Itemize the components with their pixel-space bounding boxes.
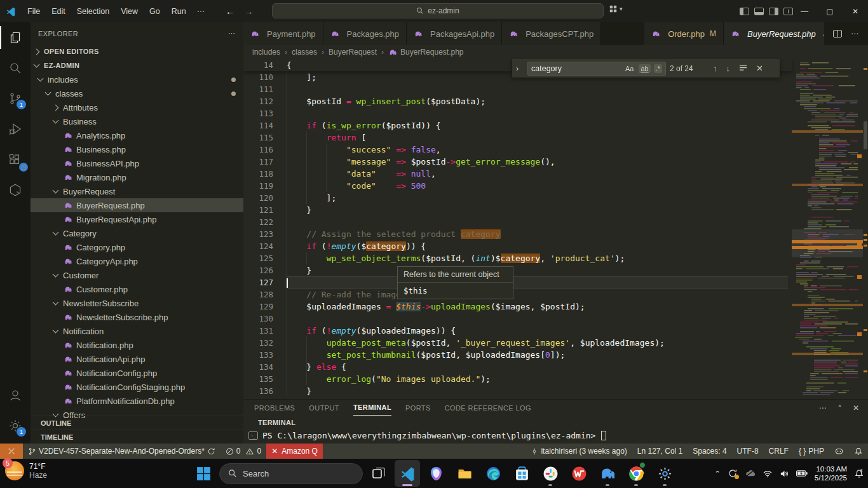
problems-item[interactable]: 0 0 bbox=[220, 444, 266, 459]
settings-icon[interactable]: 1 bbox=[0, 410, 31, 441]
tree-item-buyerrequest[interactable]: BuyerRequest bbox=[31, 184, 243, 198]
taskbar-slack-icon[interactable] bbox=[538, 460, 563, 487]
menu-selection[interactable]: Selection bbox=[71, 4, 115, 18]
tree-item-attributes[interactable]: Attributes bbox=[31, 100, 243, 114]
weather-widget[interactable]: 5 71°F Haze bbox=[5, 461, 47, 480]
breadcrumb-item[interactable]: BuyerRequest bbox=[329, 48, 388, 57]
panel-tab-output[interactable]: OUTPUT bbox=[309, 400, 339, 416]
notifications-bell-icon[interactable] bbox=[849, 444, 868, 459]
taskbar-settings-icon[interactable] bbox=[652, 460, 677, 487]
find-next-icon[interactable]: ↓ bbox=[724, 64, 733, 73]
panel-more-actions-icon[interactable]: ⋯ bbox=[819, 403, 827, 412]
tree-item-newslettersubscribe[interactable]: NewsletterSubscribe bbox=[31, 296, 243, 310]
tab-packages-php[interactable]: Packages.php bbox=[323, 22, 407, 45]
tray-chevron-up-icon[interactable]: ⌃ bbox=[715, 470, 721, 478]
breadcrumb-item[interactable]: BuyerRequest.php bbox=[388, 48, 463, 57]
whole-word-toggle[interactable]: ab bbox=[639, 64, 650, 73]
toggle-panel-icon[interactable] bbox=[754, 8, 764, 15]
tree-item-includes[interactable]: includes bbox=[31, 72, 243, 86]
close-button[interactable]: ✕ bbox=[843, 0, 868, 22]
taskbar-laragon-icon[interactable] bbox=[595, 460, 620, 487]
git-blame-item[interactable]: itaichiriseri (3 weeks ago) bbox=[526, 444, 632, 459]
breadcrumb-item[interactable]: classes bbox=[292, 48, 329, 57]
toggle-primary-sidebar-icon[interactable] bbox=[740, 8, 749, 15]
wifi-icon[interactable] bbox=[763, 469, 773, 478]
source-control-icon[interactable]: 1 bbox=[0, 83, 31, 114]
tree-item-business-php[interactable]: Business.php bbox=[31, 142, 243, 156]
toggle-secondary-sidebar-icon[interactable] bbox=[769, 8, 778, 15]
match-case-toggle[interactable]: Aa bbox=[623, 64, 635, 73]
menu-go[interactable]: Go bbox=[144, 4, 166, 18]
tab-packagesapi-php[interactable]: PackagesApi.php bbox=[407, 22, 502, 45]
explorer-icon[interactable] bbox=[0, 22, 31, 53]
command-center-search[interactable]: ez-admin bbox=[272, 3, 604, 18]
find-expand-icon[interactable]: › bbox=[516, 64, 524, 73]
terminal-prompt[interactable]: PS C:\laragon\www\everythingzimbabwean\w… bbox=[262, 431, 595, 440]
amazon-q-icon[interactable] bbox=[0, 175, 31, 205]
indentation-item[interactable]: Spaces: 4 bbox=[688, 444, 731, 459]
minimize-button[interactable]: — bbox=[792, 0, 817, 22]
code-editor[interactable]: 14 { 110 ];111112 $postId = wp_insert_po… bbox=[243, 59, 868, 399]
panel-tab-code-reference-log[interactable]: CODE REFERENCE LOG bbox=[445, 400, 531, 416]
find-input[interactable]: category Aa ab .* bbox=[527, 62, 666, 76]
section-timeline[interactable]: TIMELINE bbox=[31, 430, 243, 444]
do-not-disturb-bell-icon[interactable] bbox=[854, 468, 864, 478]
search-icon[interactable] bbox=[0, 53, 31, 83]
tree-item-migration-php[interactable]: Migration.php bbox=[31, 170, 243, 184]
section-outline[interactable]: OUTLINE bbox=[31, 416, 243, 430]
taskbar-copilot-icon[interactable] bbox=[423, 460, 449, 487]
taskbar-edge-icon[interactable] bbox=[480, 460, 506, 487]
onedrive-sync-icon[interactable] bbox=[728, 468, 738, 478]
tree-item-analytics-php[interactable]: Analytics.php bbox=[31, 128, 243, 142]
minimap-slider[interactable] bbox=[792, 229, 863, 257]
tab-order-php[interactable]: Order.phpM bbox=[644, 22, 724, 45]
menu-overflow-button[interactable]: ⋯ bbox=[192, 7, 210, 16]
menu-file[interactable]: File bbox=[22, 4, 46, 18]
find-in-selection-icon[interactable] bbox=[736, 64, 750, 73]
git-branch-item[interactable]: V2DEV-457-Separate-New-And-Opened-Orders… bbox=[23, 444, 220, 459]
restore-button[interactable]: ▢ bbox=[817, 0, 843, 22]
editor-more-actions-icon[interactable]: ⋯ bbox=[851, 29, 859, 38]
section-open-editors[interactable]: OPEN EDITORS bbox=[31, 44, 243, 58]
tree-item-category-php[interactable]: Category.php bbox=[31, 240, 243, 254]
profile-dropdown[interactable]: ▾ bbox=[609, 4, 623, 13]
section-ez-admin[interactable]: EZ-ADMIN bbox=[31, 58, 243, 72]
tree-item-notification[interactable]: Notification bbox=[31, 324, 243, 338]
taskbar-file-explorer-icon[interactable] bbox=[452, 460, 477, 487]
panel-tab-problems[interactable]: PROBLEMS bbox=[254, 400, 295, 416]
tray-clock[interactable]: 10:03 AM 5/12/2025 bbox=[815, 464, 847, 482]
tree-item-notification-php[interactable]: Notification.php bbox=[31, 338, 243, 352]
editor-scrollbar[interactable] bbox=[863, 59, 868, 399]
tab-packagescpt-php[interactable]: PackagesCPT.php bbox=[502, 22, 601, 45]
tree-item-businessapi-php[interactable]: BusinessAPI.php bbox=[31, 156, 243, 170]
panel-tab-ports[interactable]: PORTS bbox=[405, 400, 431, 416]
find-close-icon[interactable]: ✕ bbox=[754, 64, 766, 73]
tree-item-buyerrequest-php[interactable]: BuyerRequest.php bbox=[31, 198, 243, 212]
remote-indicator[interactable]: ⤫ bbox=[0, 444, 23, 459]
tree-item-category[interactable]: Category bbox=[31, 226, 243, 240]
breadcrumb-item[interactable]: includes bbox=[252, 48, 292, 57]
cursor-position-item[interactable]: Ln 127, Col 1 bbox=[632, 444, 688, 459]
menu-view[interactable]: View bbox=[115, 4, 144, 18]
battery-icon[interactable] bbox=[796, 470, 808, 477]
tab-payment-php[interactable]: Payment.php bbox=[243, 22, 323, 45]
run-debug-icon[interactable] bbox=[0, 114, 31, 144]
tree-item-classes[interactable]: classes bbox=[31, 86, 243, 100]
taskbar-store-icon[interactable] bbox=[509, 460, 534, 487]
tree-item-notificationconfig-php[interactable]: NotificationConfig.php bbox=[31, 366, 243, 380]
regex-toggle[interactable]: .* bbox=[654, 64, 662, 73]
minimap[interactable] bbox=[792, 59, 863, 399]
taskbar-vscode-icon[interactable] bbox=[395, 460, 420, 487]
tree-item-platformnotificationdb-php[interactable]: PlatformNotificationDb.php bbox=[31, 394, 243, 408]
accounts-icon[interactable] bbox=[0, 380, 31, 410]
panel-close-icon[interactable]: ✕ bbox=[853, 403, 859, 412]
onedrive-paused-icon[interactable] bbox=[745, 470, 756, 477]
breadcrumb[interactable]: includesclassesBuyerRequestBuyerRequest.… bbox=[243, 45, 868, 59]
menu-run[interactable]: Run bbox=[166, 4, 192, 18]
tree-item-categoryapi-php[interactable]: CategoryApi.php bbox=[31, 254, 243, 268]
taskbar-search[interactable]: Search bbox=[219, 463, 363, 484]
taskbar-chrome-icon[interactable] bbox=[623, 460, 649, 487]
language-mode-item[interactable]: { } PHP bbox=[794, 444, 829, 459]
nav-back-icon[interactable]: ← bbox=[226, 6, 235, 17]
extensions-icon[interactable] bbox=[0, 144, 31, 175]
